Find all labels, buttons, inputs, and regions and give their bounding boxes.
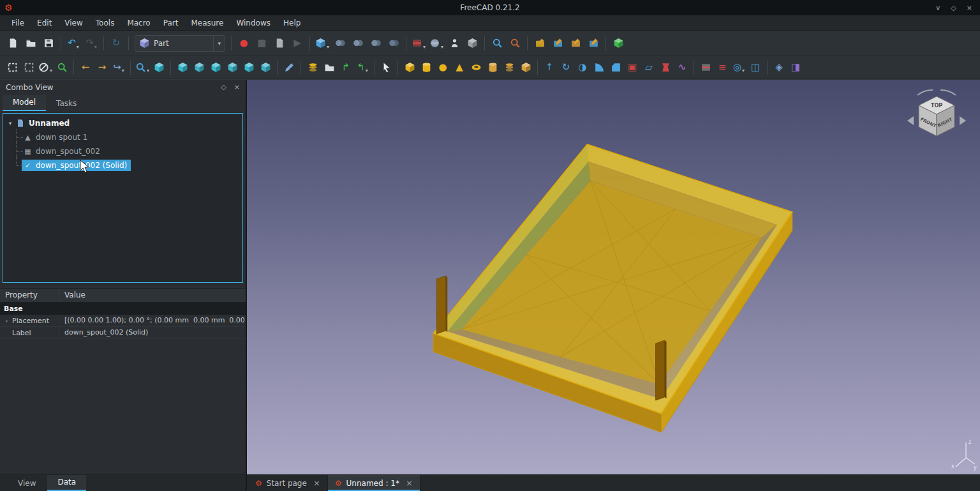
3d-view[interactable]: TOP FRONT RIGHT z x y: [247, 80, 980, 474]
chamfer-button[interactable]: [607, 59, 624, 76]
part-offset-tools-button[interactable]: ▾: [427, 34, 445, 52]
menu-macro[interactable]: Macro: [121, 17, 156, 29]
tree-item[interactable]: ✓down_spout_002 (Solid): [10, 158, 242, 172]
view-right-button[interactable]: [207, 59, 224, 76]
loft-button[interactable]: [657, 59, 674, 76]
macro-stop-button[interactable]: ■: [253, 34, 271, 52]
rotate-ccw-arrow-icon[interactable]: [917, 90, 933, 95]
fillet-button[interactable]: [591, 59, 607, 76]
document-tab[interactable]: ⚙Unnamed : 1*×: [328, 475, 420, 491]
property-row-placement[interactable]: ›Placement[(0.00 0.00 1.00); 0.00 °; (0.…: [0, 315, 246, 327]
toggle-clipping-button[interactable]: [54, 59, 70, 76]
menu-part[interactable]: Part: [157, 17, 185, 29]
close-button[interactable]: ×: [967, 4, 972, 12]
close-tab-icon[interactable]: ×: [406, 478, 413, 488]
save-document-button[interactable]: [40, 34, 57, 52]
new-document-button[interactable]: [4, 34, 22, 52]
model-tree[interactable]: ▾ Unnamed ▲down spout 1▦down_spout_002✓d…: [3, 113, 243, 283]
mirror-button[interactable]: ◑: [574, 59, 591, 76]
property-value[interactable]: down_spout_002 (Solid): [59, 327, 246, 338]
export-link-button[interactable]: ↱: [338, 59, 354, 76]
undo-button[interactable]: ↶▾: [64, 34, 82, 52]
chevron-down-icon[interactable]: ▾: [742, 68, 745, 76]
titlebar[interactable]: ⚙ FreeCAD 0.21.2 ∨ ◇ ×: [0, 0, 980, 15]
part-compound-button[interactable]: [331, 34, 349, 52]
macro-play-button[interactable]: ▶: [288, 34, 306, 52]
property-group-base[interactable]: Base: [0, 303, 246, 315]
create-primitives-button[interactable]: [501, 59, 517, 76]
macro-record-button[interactable]: ●: [235, 34, 253, 52]
property-row-label[interactable]: Labeldown_spout_002 (Solid): [0, 327, 246, 339]
navigation-cube[interactable]: TOP FRONT RIGHT: [905, 87, 969, 151]
appearance-button[interactable]: [304, 59, 321, 76]
open-document-button[interactable]: [22, 34, 40, 52]
menu-measure[interactable]: Measure: [184, 17, 230, 29]
expander-icon[interactable]: ›: [4, 317, 10, 325]
check-geometry-button[interactable]: [445, 34, 463, 52]
extrude-button[interactable]: ↑: [541, 59, 558, 76]
tree-item[interactable]: ▦down_spout_002: [10, 144, 242, 158]
boolean-operation-button[interactable]: ◨: [787, 59, 804, 76]
combo-view-header[interactable]: Combo View ◇ ×: [0, 80, 246, 94]
restore-button[interactable]: ◇: [951, 4, 956, 12]
view-front-button[interactable]: [174, 59, 191, 76]
menu-help[interactable]: Help: [277, 17, 307, 29]
measure-button[interactable]: [281, 59, 297, 76]
menu-edit[interactable]: Edit: [31, 17, 58, 29]
box-element-selection-button[interactable]: [20, 59, 37, 76]
chevron-down-icon[interactable]: ▾: [77, 44, 79, 52]
ruled-surface-button[interactable]: ▱: [641, 59, 657, 76]
menu-windows[interactable]: Windows: [230, 17, 277, 29]
view-left-button[interactable]: [257, 59, 274, 76]
sketch-validate-button[interactable]: [584, 34, 602, 52]
compound-tools-button[interactable]: ◈: [771, 59, 787, 76]
sketch-edit-button[interactable]: [549, 34, 567, 52]
menu-tools[interactable]: Tools: [89, 17, 121, 29]
chevron-down-icon[interactable]: ▾: [441, 44, 443, 52]
float-panel-icon[interactable]: ◇: [221, 83, 226, 91]
menu-view[interactable]: View: [58, 17, 89, 29]
view-top-button[interactable]: [191, 59, 207, 76]
tree-collapse-icon[interactable]: ▾: [4, 120, 16, 126]
box-element-selection-button[interactable]: ▾: [313, 34, 331, 52]
nav-back-button[interactable]: ←: [77, 59, 94, 76]
part-common-button[interactable]: [367, 34, 385, 52]
refine-shape-button[interactable]: [488, 34, 506, 52]
redo-button[interactable]: ↷▾: [82, 34, 100, 52]
document-tab[interactable]: ⚙Start page×: [248, 475, 328, 491]
offset-3d-button[interactable]: ◎▾: [731, 59, 747, 76]
chevron-down-icon[interactable]: ▾: [122, 68, 124, 76]
convert-to-solid-button[interactable]: [506, 34, 524, 52]
primitive-cone-button[interactable]: ▲: [451, 59, 468, 76]
tree-item[interactable]: ▲down spout 1: [10, 130, 242, 144]
close-panel-icon[interactable]: ×: [234, 83, 240, 91]
chevron-down-icon[interactable]: ▾: [366, 68, 368, 76]
close-tab-icon[interactable]: ×: [313, 478, 320, 488]
zoom-tools-button[interactable]: ▾: [134, 59, 151, 76]
whats-this-button[interactable]: [378, 59, 394, 76]
defeaturing-button[interactable]: [463, 34, 481, 52]
tab-tasks[interactable]: Tasks: [46, 96, 87, 111]
menu-file[interactable]: File: [5, 17, 31, 29]
tab-model[interactable]: Model: [3, 95, 46, 111]
shape-builder-button[interactable]: [517, 59, 534, 76]
chevron-down-icon[interactable]: ▾: [147, 68, 149, 76]
workbench-selector[interactable]: Part▾: [135, 35, 225, 52]
section-button[interactable]: [697, 59, 714, 76]
refresh-button[interactable]: ↻: [107, 34, 125, 52]
sketch-attach-button[interactable]: [567, 34, 584, 52]
rotate-right-arrow-icon[interactable]: [960, 116, 966, 125]
cross-sections-button[interactable]: ≡: [714, 59, 731, 76]
sketch-new-button[interactable]: [531, 34, 549, 52]
part-cut-button[interactable]: [385, 34, 403, 52]
make-face-button[interactable]: ▣: [624, 59, 641, 76]
box-selection-button[interactable]: [4, 59, 20, 76]
chevron-down-icon[interactable]: ▾: [327, 44, 329, 52]
3d-model-down-spout[interactable]: [247, 80, 980, 474]
sketch-view-section-button[interactable]: [609, 34, 627, 52]
view-isometric-button[interactable]: [151, 59, 167, 76]
revolve-button[interactable]: ↻: [558, 59, 574, 76]
rotate-left-arrow-icon[interactable]: [907, 116, 914, 125]
thickness-button[interactable]: ◫: [747, 59, 764, 76]
primitive-sphere-button[interactable]: ●: [434, 59, 451, 76]
